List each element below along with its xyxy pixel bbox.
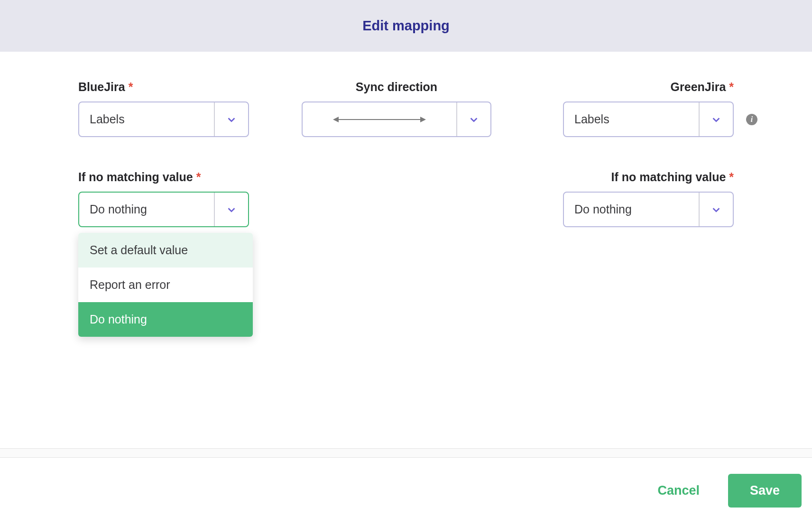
target-column: GreenJira * Labels i: [544, 80, 734, 137]
select-arrow-box: [699, 102, 733, 136]
target-label: GreenJira *: [563, 80, 734, 94]
source-no-match-label: If no matching value *: [78, 170, 249, 184]
source-no-match-dropdown: Set a default value Report an error Do n…: [78, 233, 253, 337]
svg-marker-1: [333, 117, 339, 122]
target-no-match-label: If no matching value *: [563, 170, 734, 184]
target-no-match-value: Do nothing: [564, 203, 699, 216]
source-field-select[interactable]: Labels: [78, 102, 249, 137]
chevron-down-icon: [711, 114, 721, 125]
dropdown-option-set-default[interactable]: Set a default value: [78, 233, 253, 268]
required-marker: *: [129, 80, 133, 93]
dropdown-option-do-nothing[interactable]: Do nothing: [78, 302, 253, 337]
no-match-center-spacer: [249, 170, 544, 227]
modal-footer: Cancel Save: [657, 474, 802, 508]
mapping-row: BlueJira * Labels Sync direction: [78, 80, 734, 137]
sync-direction-value: [303, 115, 456, 124]
source-label: BlueJira *: [78, 80, 249, 94]
target-no-match-select[interactable]: Do nothing: [563, 192, 734, 227]
required-marker: *: [729, 170, 734, 184]
footer-divider: [0, 448, 812, 458]
target-field-select[interactable]: Labels: [563, 102, 734, 137]
select-arrow-box: [214, 102, 248, 136]
chevron-down-icon: [226, 204, 237, 215]
info-icon-wrap: i: [746, 114, 757, 125]
source-no-match-column: If no matching value * Do nothing: [78, 170, 249, 227]
source-column: BlueJira * Labels: [78, 80, 249, 137]
cancel-button[interactable]: Cancel: [657, 483, 700, 498]
source-no-match-label-text: If no matching value: [78, 170, 193, 184]
target-field-value: Labels: [564, 112, 699, 126]
sync-direction-select[interactable]: [302, 102, 491, 137]
select-arrow-box: [699, 193, 733, 226]
target-no-match-label-text: If no matching value: [611, 170, 726, 184]
chevron-down-icon: [711, 204, 721, 215]
source-no-match-value: Do nothing: [79, 203, 214, 216]
target-no-match-column: If no matching value * Do nothing: [544, 170, 734, 227]
chevron-down-icon: [226, 114, 237, 125]
save-button[interactable]: Save: [728, 474, 802, 508]
modal-header: Edit mapping: [0, 0, 812, 52]
select-arrow-box: [456, 102, 490, 136]
info-icon[interactable]: i: [746, 114, 757, 125]
required-marker: *: [196, 170, 201, 184]
dropdown-option-report-error[interactable]: Report an error: [78, 268, 253, 302]
select-arrow-box: [214, 193, 248, 226]
modal-body: BlueJira * Labels Sync direction: [0, 52, 812, 227]
required-marker: *: [729, 80, 734, 93]
sync-direction-label: Sync direction: [356, 80, 437, 94]
source-label-text: BlueJira: [78, 80, 125, 93]
sync-direction-column: Sync direction: [249, 80, 544, 137]
svg-marker-2: [420, 117, 426, 122]
target-label-text: GreenJira: [671, 80, 726, 93]
source-no-match-select[interactable]: Do nothing: [78, 192, 249, 227]
no-match-row: If no matching value * Do nothing: [78, 170, 734, 227]
chevron-down-icon: [469, 114, 479, 125]
source-field-value: Labels: [79, 112, 214, 126]
bidirectional-arrow-icon: [332, 115, 427, 124]
page-title: Edit mapping: [362, 18, 450, 34]
